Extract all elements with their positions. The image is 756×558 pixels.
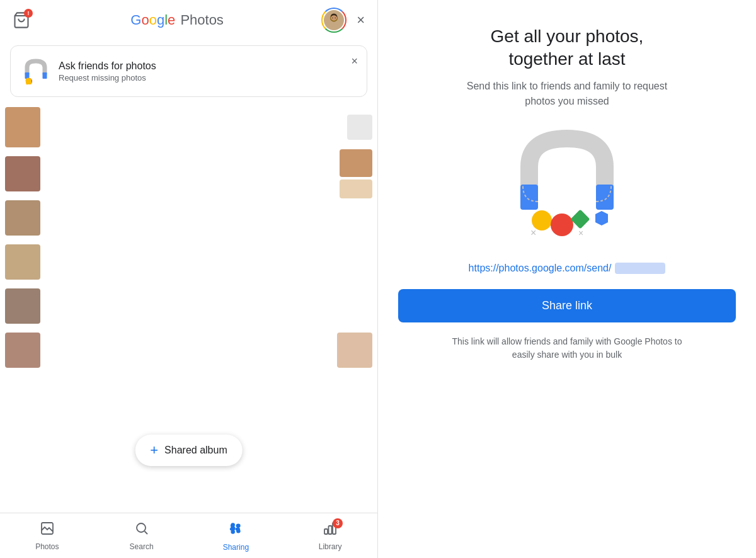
svg-point-30	[551, 214, 573, 236]
library-icon-wrapper: 3	[323, 521, 338, 540]
svg-rect-6	[25, 72, 30, 79]
photo-thumb-right[interactable]	[340, 179, 372, 198]
library-nav-label: Library	[319, 542, 342, 551]
svg-rect-7	[43, 72, 47, 79]
svg-text:×: ×	[578, 228, 583, 238]
share-link-button[interactable]: Share link	[398, 289, 736, 322]
photo-thumb[interactable]	[5, 107, 40, 147]
photo-thumb[interactable]	[5, 333, 40, 368]
photo-thumb-right[interactable]	[340, 149, 372, 177]
svg-text:×: ×	[530, 227, 536, 238]
photo-grid: + Shared album	[0, 102, 377, 513]
share-link-row: https://photos.google.com/send/	[469, 263, 666, 274]
google-photos-logo: Google Photos	[130, 12, 224, 28]
banner-magnet-icon	[21, 56, 51, 86]
header-left: !	[10, 9, 33, 31]
svg-rect-31	[570, 209, 590, 229]
svg-point-11	[26, 78, 32, 84]
library-badge: 3	[333, 518, 343, 528]
ask-friends-banner: Ask friends for photos Request missing p…	[10, 45, 367, 97]
right-panel-subtitle: Send this link to friends and family to …	[454, 79, 680, 109]
header-right: ×	[321, 8, 367, 33]
nav-item-sharing[interactable]: Sharing	[189, 520, 284, 552]
svg-point-2	[328, 22, 340, 29]
nav-item-search[interactable]: Search	[94, 521, 189, 551]
photo-thumb-small[interactable]	[347, 115, 372, 140]
magnet-illustration: × ×	[504, 129, 630, 242]
photo-thumb[interactable]	[5, 200, 40, 236]
sharing-nav-label: Sharing	[223, 543, 249, 552]
shared-album-button[interactable]: + Shared album	[135, 435, 242, 466]
shopping-bag-icon[interactable]: !	[10, 9, 33, 31]
right-panel: Get all your photos,together at last Sen…	[378, 0, 756, 558]
photos-nav-label: Photos	[35, 542, 59, 551]
svg-rect-25	[329, 526, 332, 534]
nav-item-library[interactable]: 3 Library	[283, 521, 377, 551]
close-button[interactable]: ×	[354, 9, 367, 31]
svg-point-13	[137, 523, 146, 532]
photos-icon	[40, 521, 55, 540]
svg-point-4	[332, 18, 333, 18]
plus-icon: +	[150, 442, 158, 458]
banner-text: Ask friends for photos Request missing p…	[59, 60, 156, 83]
photo-thumb-partial[interactable]	[337, 333, 372, 368]
bottom-navigation: Photos Search	[0, 513, 377, 558]
search-nav-label: Search	[130, 542, 154, 551]
user-avatar[interactable]	[321, 8, 346, 33]
nav-item-photos[interactable]: Photos	[0, 521, 94, 551]
search-icon	[134, 521, 149, 540]
svg-point-5	[335, 18, 336, 18]
svg-rect-24	[324, 529, 328, 534]
cart-badge: !	[24, 9, 33, 18]
svg-point-21	[230, 527, 235, 530]
right-panel-title: Get all your photos,together at last	[491, 25, 644, 71]
svg-point-20	[231, 523, 234, 527]
avatar-image	[325, 11, 343, 29]
share-link-text: https://photos.google.com/send/	[469, 263, 612, 274]
share-link-blur	[615, 263, 665, 274]
photo-thumb[interactable]	[5, 288, 40, 324]
banner-subtitle: Request missing photos	[59, 73, 156, 83]
photo-thumb[interactable]	[5, 156, 40, 191]
left-panel: ! Google Photos	[0, 0, 378, 558]
right-panel-footer: This link will allow friends and family …	[441, 335, 693, 362]
photo-thumb[interactable]	[5, 244, 40, 280]
shared-album-label: Shared album	[164, 445, 227, 456]
app-header: ! Google Photos	[0, 0, 377, 40]
svg-point-23	[236, 527, 241, 530]
banner-title: Ask friends for photos	[59, 60, 156, 72]
svg-point-22	[236, 523, 239, 527]
svg-line-14	[144, 531, 147, 534]
svg-marker-32	[595, 211, 608, 225]
sharing-icon	[227, 520, 244, 540]
banner-close-button[interactable]: ×	[351, 55, 358, 68]
avatar-inner	[324, 10, 344, 30]
